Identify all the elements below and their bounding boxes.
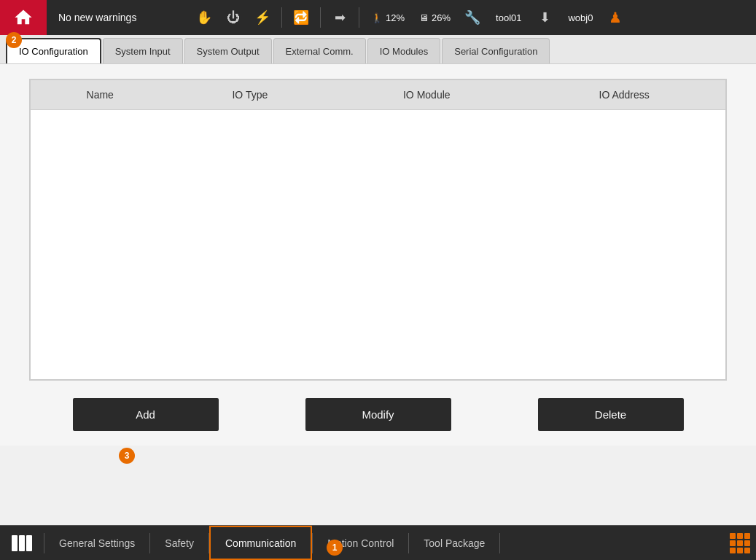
badge-2: 2 bbox=[6, 32, 22, 48]
arrow-icon[interactable]: ➡ bbox=[327, 4, 353, 31]
tabs-bar: IO Configuration System Input System Out… bbox=[0, 35, 756, 64]
nav-safety-label: Safety bbox=[165, 537, 194, 549]
tab-io-modules-label: IO Modules bbox=[380, 46, 428, 57]
col-io-module: IO Module bbox=[330, 80, 523, 110]
tool-label: tool01 bbox=[488, 12, 529, 23]
download-icon[interactable]: ⬇ bbox=[531, 4, 558, 31]
home-button[interactable] bbox=[0, 0, 47, 35]
cpu-stat: 🚶 12% bbox=[365, 12, 410, 23]
table-body-empty bbox=[30, 110, 726, 380]
svg-rect-1 bbox=[19, 535, 25, 551]
svg-rect-2 bbox=[26, 535, 32, 551]
modify-button[interactable]: Modify bbox=[305, 398, 451, 431]
col-io-type: IO Type bbox=[169, 80, 330, 110]
tab-system-input-label: System Input bbox=[115, 46, 171, 57]
bottom-sep-6 bbox=[499, 533, 500, 553]
tab-serial-config-label: Serial Configuration bbox=[454, 46, 537, 57]
mechmind-logo bbox=[730, 533, 756, 553]
separator-1 bbox=[281, 7, 282, 28]
badge-1: 1 bbox=[327, 540, 343, 556]
top-bar: No new warnings ✋ ⏻ ⚡ 🔁 ➡ 🚶 12% 🖥 26% 🔧 … bbox=[0, 0, 756, 35]
io-table-wrapper: Name IO Type IO Module IO Address bbox=[29, 79, 727, 381]
top-icons-group: ✋ ⏻ ⚡ 🔁 ➡ 🚶 12% 🖥 26% 🔧 tool01 ⬇ wobj0 ♟ bbox=[185, 4, 756, 31]
monitor-icon: 🖥 bbox=[419, 12, 429, 23]
power-icon[interactable]: ⏻ bbox=[220, 4, 246, 31]
main-content: Name IO Type IO Module IO Address Add Mo… bbox=[0, 64, 756, 446]
tab-system-output-label: System Output bbox=[197, 46, 260, 57]
grid-logo-icon bbox=[730, 533, 750, 553]
nav-tool-package-label: Tool Package bbox=[424, 537, 485, 549]
lightning-icon[interactable]: ⚡ bbox=[249, 4, 276, 31]
action-buttons: Add Modify Delete bbox=[29, 398, 727, 431]
warning-message: No new warnings bbox=[47, 12, 185, 23]
table-header-row: Name IO Type IO Module IO Address bbox=[31, 80, 726, 110]
wobj-label: wobj0 bbox=[561, 12, 600, 23]
add-button[interactable]: Add bbox=[73, 398, 219, 431]
nav-communication[interactable]: Communication bbox=[209, 526, 312, 560]
tab-io-config-label: IO Configuration bbox=[19, 46, 88, 57]
tab-system-input[interactable]: System Input bbox=[103, 38, 183, 63]
cpu-percent: 12% bbox=[386, 12, 405, 23]
mem-stat: 🖥 26% bbox=[413, 12, 456, 23]
settings-icon[interactable]: 🔧 bbox=[459, 4, 486, 31]
col-io-address: IO Address bbox=[523, 80, 725, 110]
tab-external-comm[interactable]: External Comm. bbox=[273, 38, 366, 63]
mem-percent: 26% bbox=[432, 12, 451, 23]
hand-icon[interactable]: ✋ bbox=[191, 4, 217, 31]
separator-2 bbox=[320, 7, 321, 28]
nav-general-settings[interactable]: General Settings bbox=[44, 526, 149, 560]
nav-tool-package[interactable]: Tool Package bbox=[409, 526, 499, 560]
io-table: Name IO Type IO Module IO Address bbox=[30, 79, 726, 110]
score-icon[interactable]: ♟ bbox=[603, 9, 628, 26]
walk-icon: 🚶 bbox=[371, 12, 383, 23]
nav-general-settings-label: General Settings bbox=[59, 537, 135, 549]
tab-serial-config[interactable]: Serial Configuration bbox=[442, 38, 550, 63]
nav-communication-label: Communication bbox=[225, 537, 296, 549]
tab-io-modules[interactable]: IO Modules bbox=[367, 38, 440, 63]
delete-button[interactable]: Delete bbox=[538, 398, 684, 431]
svg-rect-0 bbox=[12, 535, 17, 551]
home-icon bbox=[13, 7, 34, 28]
separator-3 bbox=[359, 7, 359, 28]
badge-3: 3 bbox=[119, 448, 135, 464]
tab-system-output[interactable]: System Output bbox=[184, 38, 272, 63]
panels-icon-button[interactable] bbox=[0, 526, 44, 560]
bottom-nav: General Settings Safety Communication Mo… bbox=[0, 525, 756, 560]
loop-icon[interactable]: 🔁 bbox=[288, 4, 314, 31]
col-name: Name bbox=[31, 80, 170, 110]
nav-safety[interactable]: Safety bbox=[150, 526, 209, 560]
panels-icon bbox=[12, 535, 32, 551]
tab-external-comm-label: External Comm. bbox=[286, 46, 354, 57]
